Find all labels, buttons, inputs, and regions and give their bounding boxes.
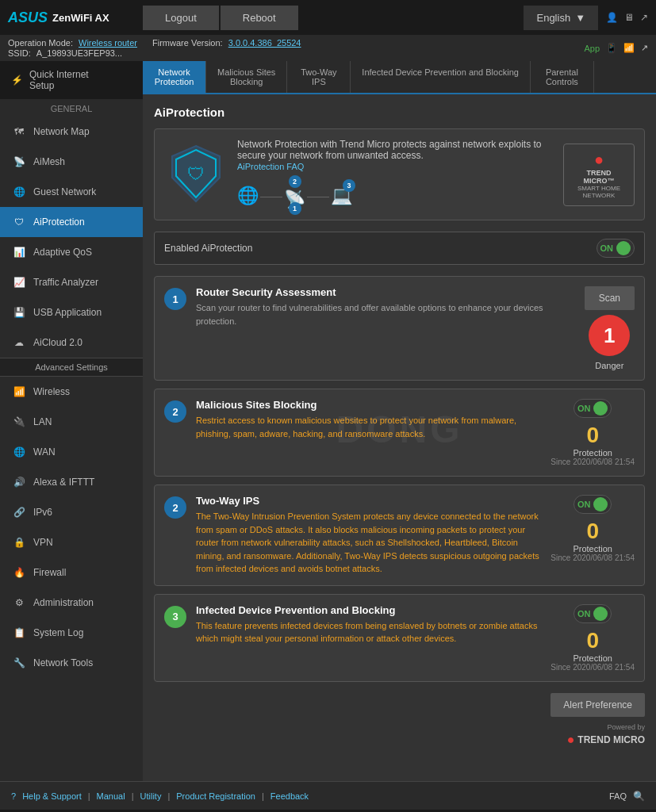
two-way-ips-count: 0: [586, 519, 599, 544]
tab-malicious-sites[interactable]: Malicious SitesBlocking: [206, 61, 287, 93]
question-icon: ?: [11, 791, 16, 801]
firewall-icon: 🔥: [11, 565, 27, 580]
tab-network-protection[interactable]: NetworkProtection: [143, 61, 206, 93]
vpn-icon: 🔒: [11, 534, 27, 550]
advanced-section-title: Advanced Settings: [0, 358, 143, 377]
help-support-link[interactable]: Help & Support: [22, 791, 82, 801]
sidebar-item-label: AiProtection: [33, 216, 85, 228]
toggle-knob: [593, 497, 608, 511]
sidebar-item-quick-internet[interactable]: ⚡ Quick InternetSetup: [0, 61, 143, 99]
sidebar: ⚡ Quick InternetSetup General 🗺 Network …: [0, 61, 143, 781]
malicious-count: 0: [586, 423, 599, 448]
feature-title-1: Router Security Assessment: [196, 286, 575, 298]
bottom-links: ? Help & Support | Manual | Utility | Pr…: [11, 791, 309, 801]
feature-card-two-way-ips: 2 Two-Way IPS The Two-Way Intrusion Prev…: [154, 485, 645, 586]
sidebar-item-label: IPv6: [33, 507, 52, 518]
sidebar-item-wireless[interactable]: 📶 Wireless: [0, 377, 143, 407]
feature-title-2b: Two-Way IPS: [196, 495, 541, 507]
reboot-button[interactable]: Reboot: [221, 6, 298, 30]
sidebar-item-ipv6[interactable]: 🔗 IPv6: [0, 497, 143, 527]
content-area: DONG AiProtection 🛡 Network Protection w…: [143, 94, 656, 764]
product-registration-link[interactable]: Product Registration: [176, 791, 255, 801]
app-icon: 📱: [606, 43, 617, 53]
feedback-link[interactable]: Feedback: [270, 791, 309, 801]
general-section-title: General: [0, 99, 143, 117]
feature-right-3: ON 0 Protection Since 2020/06/08 21:54: [551, 604, 635, 672]
sidebar-item-guest-network[interactable]: 🌐 Guest Network: [0, 177, 143, 207]
tabs: NetworkProtection Malicious SitesBlockin…: [143, 61, 656, 94]
ssid-label: SSID:: [8, 48, 31, 58]
monitor-icon[interactable]: 🖥: [624, 12, 634, 23]
aicloud-icon: ☁: [11, 335, 27, 350]
sidebar-item-aimesh[interactable]: 📡 AiMesh: [0, 147, 143, 177]
logo-area: ASUS ZenWiFi AX: [0, 0, 143, 35]
aiprotection-icon: 🛡: [11, 214, 27, 230]
guest-network-icon: 🌐: [11, 184, 27, 200]
feature-num-2a: 2: [164, 400, 186, 423]
ai-diagram: 🌐 —— 2 📡 1 —— 3 💻: [237, 182, 554, 210]
sidebar-item-traffic-analyzer[interactable]: 📈 Traffic Analyzer: [0, 267, 143, 297]
tab-label: Two-WayIPS: [301, 67, 336, 86]
feature-card-malicious-sites: 2 Malicious Sites Blocking Restrict acce…: [154, 389, 645, 477]
sep3: |: [262, 791, 264, 801]
malicious-toggle[interactable]: ON: [574, 399, 612, 418]
sidebar-item-label: Quick InternetSetup: [29, 69, 89, 91]
ai-faq-link[interactable]: AiProtection FAQ: [237, 162, 304, 171]
lan-icon: 🔌: [11, 414, 27, 430]
infected-device-count: 0: [586, 628, 599, 653]
manual-link[interactable]: Manual: [97, 791, 125, 801]
feature-right-2a: ON 0 Protection Since 2020/06/08 21:54: [551, 399, 635, 466]
malicious-protection-label: Protection: [573, 448, 612, 458]
sidebar-item-wan[interactable]: 🌐 WAN: [0, 437, 143, 467]
sidebar-item-network-tools[interactable]: 🔧 Network Tools: [0, 648, 143, 678]
share-icon[interactable]: ↗: [640, 12, 648, 23]
aimesh-icon: 📡: [11, 154, 27, 170]
tab-two-way-ips[interactable]: Two-WayIPS: [287, 61, 351, 93]
sidebar-item-lan[interactable]: 🔌 LAN: [0, 407, 143, 437]
sidebar-item-label: USB Application: [33, 307, 102, 318]
main-layout: ⚡ Quick InternetSetup General 🗺 Network …: [0, 61, 656, 781]
sidebar-item-vpn[interactable]: 🔒 VPN: [0, 527, 143, 557]
feature-body-1: Router Security Assessment Scan your rou…: [196, 286, 575, 327]
sidebar-item-alexa[interactable]: 🔊 Alexa & IFTTT: [0, 467, 143, 497]
feature-body-2b: Two-Way IPS The Two-Way Intrusion Preven…: [196, 495, 541, 576]
feature-num-1: 1: [164, 288, 186, 310]
ipv6-icon: 🔗: [11, 504, 27, 520]
shield-graphic: 🛡: [164, 142, 228, 208]
sidebar-item-aiprotection[interactable]: 🛡 AiProtection: [0, 207, 143, 237]
ai-info-text: Network Protection with Trend Micro prot…: [237, 139, 554, 210]
infected-device-toggle[interactable]: ON: [574, 604, 612, 623]
main-content: NetworkProtection Malicious SitesBlockin…: [143, 61, 656, 781]
sidebar-item-usb-application[interactable]: 💾 USB Application: [0, 297, 143, 327]
tab-label: Malicious SitesBlocking: [217, 67, 275, 86]
quick-icon: ⚡: [11, 75, 23, 86]
user-icon[interactable]: 👤: [606, 12, 618, 23]
wan-icon: 🌐: [11, 444, 27, 460]
sidebar-item-label: AiCloud 2.0: [33, 337, 82, 348]
two-way-ips-toggle[interactable]: ON: [574, 495, 612, 514]
toggle-knob: [593, 401, 608, 416]
search-icon[interactable]: 🔍: [633, 791, 645, 802]
sidebar-item-adaptive-qos[interactable]: 📊 Adaptive QoS: [0, 237, 143, 267]
sidebar-item-system-log[interactable]: 📋 System Log: [0, 618, 143, 648]
aiprotection-toggle[interactable]: ON: [597, 239, 635, 258]
app-label: App: [584, 44, 600, 53]
alert-preference-button[interactable]: Alert Preference: [551, 693, 645, 717]
scan-button[interactable]: Scan: [585, 286, 635, 310]
sidebar-item-administration[interactable]: ⚙ Administration: [0, 588, 143, 618]
info-bar-right: App 📱 📶 ↗: [584, 43, 648, 53]
tab-label: ParentalControls: [546, 67, 578, 86]
language-selector[interactable]: English ▼: [524, 6, 598, 30]
sidebar-item-network-map[interactable]: 🗺 Network Map: [0, 117, 143, 147]
two-way-ips-since: Since 2020/06/08 21:54: [551, 553, 635, 562]
tab-parental-controls[interactable]: ParentalControls: [531, 61, 594, 93]
trend-micro-brand-label: TREND MICRO: [577, 734, 645, 745]
logout-button[interactable]: Logout: [143, 6, 219, 30]
utility-link[interactable]: Utility: [140, 791, 162, 801]
sidebar-item-aicloud[interactable]: ☁ AiCloud 2.0: [0, 327, 143, 358]
sidebar-item-firewall[interactable]: 🔥 Firewall: [0, 557, 143, 588]
faq-label: FAQ: [609, 791, 627, 801]
tab-infected-device[interactable]: Infected Device Prevention and Blocking: [351, 61, 531, 93]
model-name: ZenWiFi AX: [52, 12, 109, 24]
sidebar-item-label: Alexa & IFTTT: [33, 477, 94, 488]
